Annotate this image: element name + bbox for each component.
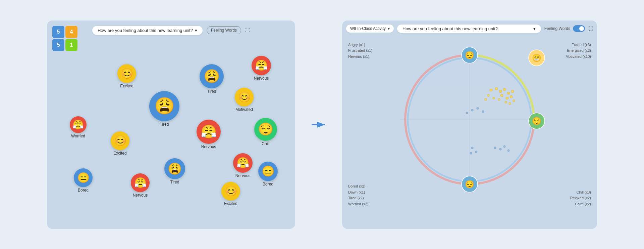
dropdown-chevron: ▾ bbox=[195, 28, 197, 33]
counter-3: 5 bbox=[52, 39, 64, 51]
right-fullscreen-icon[interactable]: ⛶ bbox=[588, 26, 593, 31]
emoji-label: Tired bbox=[160, 122, 169, 127]
emoji-label: Worried bbox=[71, 134, 85, 138]
emoji-item-14: 😊Excited bbox=[221, 182, 240, 206]
emoji-item-13: 😤Nervous bbox=[131, 173, 150, 198]
feeling-words-toggle[interactable] bbox=[573, 25, 585, 32]
corner-label-bottom-right: Chill (x3)Relaxed (x2)Calm (x2) bbox=[568, 188, 593, 209]
counter-4: 1 bbox=[65, 39, 77, 51]
svg-point-13 bbox=[506, 97, 508, 99]
right-question-chevron: ▾ bbox=[533, 26, 536, 31]
emoji-item-4: 😊Motivated bbox=[235, 88, 254, 112]
activity-chevron: ▾ bbox=[388, 26, 390, 31]
right-question[interactable]: How are you feeling about this new learn… bbox=[397, 25, 541, 33]
feeling-words-label-right: Feeling Words bbox=[544, 26, 570, 31]
emoji-item-9: 😩Tired bbox=[164, 158, 185, 184]
arrow bbox=[309, 120, 329, 130]
svg-point-26 bbox=[494, 147, 496, 149]
emoji-item-8: 😌Chill bbox=[254, 118, 277, 146]
emoji-face: 😤 bbox=[131, 173, 150, 192]
emoji-label: Nervous bbox=[254, 76, 269, 81]
svg-point-31 bbox=[475, 151, 477, 153]
emoji-face: 😤 bbox=[233, 153, 253, 173]
emoji-label: Excited bbox=[120, 84, 133, 88]
emoji-label: Chill bbox=[262, 141, 269, 146]
svg-point-15 bbox=[498, 98, 500, 100]
fullscreen-icon[interactable]: ⛶ bbox=[245, 28, 250, 33]
emoji-face: 😤 bbox=[70, 116, 87, 133]
svg-text:😔: 😔 bbox=[465, 51, 474, 60]
svg-point-30 bbox=[471, 147, 473, 149]
svg-point-16 bbox=[493, 97, 495, 99]
emoji-label: Excited bbox=[224, 201, 237, 206]
svg-point-6 bbox=[490, 89, 492, 91]
svg-point-21 bbox=[513, 99, 515, 101]
question-dropdown[interactable]: How are you feeling about this new learn… bbox=[92, 26, 203, 35]
right-question-text: How are you feeling about this new learn… bbox=[402, 26, 498, 31]
emoji-item-2: 😤Nervous bbox=[252, 56, 271, 81]
svg-point-14 bbox=[510, 95, 513, 98]
left-panel: 5 4 5 1 How are you feeling about this n… bbox=[47, 20, 295, 229]
svg-point-7 bbox=[495, 87, 498, 90]
svg-text:😌: 😌 bbox=[532, 117, 541, 126]
emoji-label: Tired bbox=[170, 180, 179, 184]
emoji-item-1: 😩Tired bbox=[200, 64, 224, 94]
corner-label-top-left: Angry (x1)Frustrated (x1)Nervous (x1) bbox=[346, 41, 374, 61]
svg-text:😔: 😔 bbox=[465, 180, 474, 189]
emoji-label: Motivated bbox=[235, 107, 253, 112]
svg-point-24 bbox=[477, 107, 479, 109]
emoji-face: 😤 bbox=[197, 120, 221, 144]
emoji-face: 😌 bbox=[254, 118, 277, 141]
svg-point-9 bbox=[503, 88, 506, 91]
corner-label-bottom-left: Bored (x2)Down (x1)Tired (x2)Worried (x2… bbox=[346, 182, 370, 208]
emoji-face: 😩 bbox=[149, 91, 179, 121]
right-header: W9 In-Class Activity ▾ How are you feeli… bbox=[346, 25, 593, 33]
svg-text:😁: 😁 bbox=[532, 53, 541, 63]
svg-point-12 bbox=[500, 94, 503, 97]
emoji-label: Nervous bbox=[235, 173, 251, 178]
svg-point-22 bbox=[466, 112, 468, 114]
right-panel: W9 In-Class Activity ▾ How are you feeli… bbox=[342, 20, 597, 229]
emoji-face: 😑 bbox=[258, 162, 278, 181]
circle-diagram: 😔 😔 😌 😁 bbox=[389, 39, 550, 200]
emoji-face: 😊 bbox=[117, 64, 136, 83]
question-text: How are you feeling about this new learn… bbox=[98, 28, 193, 33]
svg-point-5 bbox=[408, 58, 531, 181]
feeling-words-right: Feeling Words bbox=[544, 25, 585, 32]
activity-dropdown[interactable]: W9 In-Class Activity ▾ bbox=[346, 25, 394, 33]
emoji-item-0: 😊Excited bbox=[117, 64, 136, 88]
svg-point-29 bbox=[507, 149, 509, 151]
emoji-face: 😊 bbox=[111, 131, 129, 150]
svg-point-19 bbox=[505, 101, 507, 103]
svg-point-32 bbox=[470, 152, 472, 154]
emoji-face: 😊 bbox=[235, 88, 254, 107]
emoji-face: 😩 bbox=[164, 158, 185, 179]
emoji-label: Bored bbox=[263, 182, 273, 186]
svg-point-17 bbox=[487, 94, 489, 96]
svg-point-20 bbox=[509, 102, 511, 104]
svg-point-10 bbox=[507, 92, 510, 94]
svg-point-8 bbox=[499, 90, 502, 93]
emoji-item-10: 😤Nervous bbox=[233, 153, 253, 178]
emoji-face: 😩 bbox=[200, 64, 224, 88]
emoji-item-3: 😩Tired bbox=[149, 91, 179, 127]
emoji-label: Nervous bbox=[201, 144, 216, 149]
emoji-item-6: 😊Excited bbox=[111, 131, 129, 156]
circle-svg: 😔 😔 😌 😁 bbox=[389, 39, 550, 200]
corner-label-top-right: Excited (x3)Energized (x2)Motivated (x10… bbox=[564, 41, 593, 61]
emoji-label: Tired bbox=[207, 89, 216, 94]
emoji-item-7: 😤Nervous bbox=[197, 120, 221, 149]
activity-label: W9 In-Class Activity bbox=[350, 26, 386, 31]
emoji-face: 😊 bbox=[221, 182, 240, 201]
svg-point-25 bbox=[482, 110, 484, 112]
left-header: How are you feeling about this new learn… bbox=[47, 26, 295, 35]
emoji-item-11: 😑Bored bbox=[258, 162, 278, 186]
feeling-words-button[interactable]: Feeling Words bbox=[207, 26, 241, 34]
emoji-label: Excited bbox=[113, 151, 126, 156]
emoji-face: 😑 bbox=[74, 168, 93, 187]
svg-point-23 bbox=[471, 109, 473, 111]
emoji-item-5: 😤Worried bbox=[70, 116, 87, 138]
svg-point-27 bbox=[499, 148, 501, 150]
emoji-label: Nervous bbox=[133, 193, 148, 198]
emoji-item-12: 😑Bored bbox=[74, 168, 93, 193]
